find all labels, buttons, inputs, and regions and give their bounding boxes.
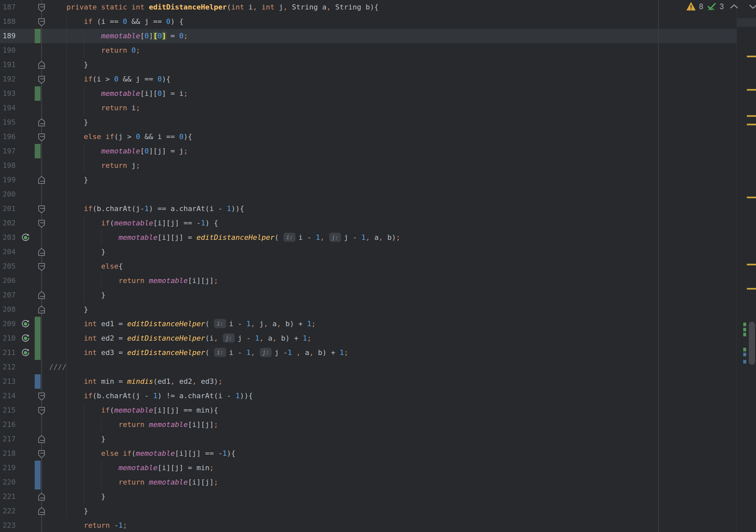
vcs-change-marker[interactable] xyxy=(35,29,40,43)
line-number[interactable]: 203 xyxy=(3,230,22,245)
chevron-down-icon[interactable] xyxy=(748,2,756,12)
code-line[interactable]: 221 } xyxy=(0,490,756,504)
line-number[interactable]: 198 xyxy=(3,158,22,173)
line-number[interactable]: 219 xyxy=(3,461,22,475)
vcs-change-marker[interactable] xyxy=(35,461,40,475)
line-number[interactable]: 196 xyxy=(3,130,22,144)
code-line[interactable]: 213 int min = mindis(ed1, ed2, ed3); xyxy=(0,374,756,389)
line-number[interactable]: 214 xyxy=(3,389,22,403)
parameter-hint-badge[interactable]: j: xyxy=(260,348,272,357)
fold-region-end-icon[interactable] xyxy=(37,291,46,300)
fold-region-end-icon[interactable] xyxy=(37,492,46,502)
line-number[interactable]: 220 xyxy=(3,475,22,490)
line-number[interactable]: 222 xyxy=(3,504,22,518)
code-line[interactable]: 220 return memotable[i][j]; xyxy=(0,475,756,490)
line-number[interactable]: 189 xyxy=(3,29,22,43)
line-number[interactable]: 221 xyxy=(3,490,22,504)
fold-region-end-icon[interactable] xyxy=(37,175,46,185)
line-number[interactable]: 216 xyxy=(3,417,22,432)
code-line[interactable]: 190 return 0; xyxy=(0,43,756,58)
line-number[interactable]: 210 xyxy=(3,331,22,346)
code-line[interactable]: 218 else if(memotable[i][j] == -1){ xyxy=(0,446,756,461)
code-line[interactable]: 196 else if(j > 0 && i == 0){ xyxy=(0,130,756,144)
line-number[interactable]: 194 xyxy=(3,101,22,115)
fold-region-start-icon[interactable] xyxy=(37,132,46,142)
line-number[interactable]: 212 xyxy=(3,360,22,374)
line-number[interactable]: 206 xyxy=(3,274,22,288)
warning-icon[interactable] xyxy=(686,2,696,12)
fold-region-end-icon[interactable] xyxy=(37,118,46,128)
chevron-up-icon[interactable] xyxy=(729,2,739,12)
vcs-change-marker[interactable] xyxy=(35,374,40,389)
recursive-call-icon[interactable] xyxy=(20,319,31,329)
stripe-warning-mark[interactable] xyxy=(747,115,756,117)
code-line[interactable]: 193 memotable[i][0] = i; xyxy=(0,86,756,101)
recursive-call-icon[interactable] xyxy=(20,333,31,344)
code-line[interactable]: 187 private static int editDistanceHelpe… xyxy=(0,0,756,14)
code-line[interactable]: 202 if(memotable[i][j] == -1) { xyxy=(0,216,756,230)
fold-region-start-icon[interactable] xyxy=(37,391,46,401)
vcs-change-marker[interactable] xyxy=(35,86,40,101)
line-number[interactable]: 209 xyxy=(3,317,22,331)
line-number[interactable]: 207 xyxy=(3,288,22,302)
fold-region-end-icon[interactable] xyxy=(37,60,46,70)
code-line[interactable]: 217 } xyxy=(0,432,756,446)
fold-region-end-icon[interactable] xyxy=(37,305,46,315)
success-check-icon[interactable] xyxy=(707,2,716,12)
fold-region-end-icon[interactable] xyxy=(37,247,46,257)
warning-count[interactable]: 8 xyxy=(699,2,703,11)
code-line[interactable]: 204 } xyxy=(0,245,756,259)
code-line[interactable]: 211 int ed3 = editDistanceHelper( i:i - … xyxy=(0,346,756,360)
code-line[interactable]: 212//// xyxy=(0,360,756,374)
stripe-added-mark[interactable] xyxy=(743,323,746,326)
line-number[interactable]: 192 xyxy=(3,72,22,86)
line-number[interactable]: 204 xyxy=(3,245,22,259)
line-number[interactable]: 208 xyxy=(3,302,22,317)
fold-region-end-icon[interactable] xyxy=(37,506,46,516)
code-line[interactable]: 219 memotable[i][j] = min; xyxy=(0,461,756,475)
scrollbar-thumb[interactable] xyxy=(749,322,755,365)
code-line[interactable]: 203 memotable[i][j] = editDistanceHelper… xyxy=(0,230,756,245)
parameter-hint-badge[interactable]: i: xyxy=(284,233,295,242)
stripe-changed-mark[interactable] xyxy=(743,360,746,363)
fold-region-start-icon[interactable] xyxy=(37,262,46,272)
code-line[interactable]: 208 } xyxy=(0,302,756,317)
line-number[interactable]: 195 xyxy=(3,115,22,130)
stripe-added-mark[interactable] xyxy=(743,333,746,336)
code-line[interactable]: 207 } xyxy=(0,288,756,302)
code-line[interactable]: 210 int ed2 = editDistanceHelper(i, j:j … xyxy=(0,331,756,346)
vcs-change-marker[interactable] xyxy=(35,475,40,490)
stripe-added-mark[interactable] xyxy=(743,328,746,332)
recursive-call-icon[interactable] xyxy=(20,347,31,358)
line-number[interactable]: 211 xyxy=(3,346,22,360)
line-number[interactable]: 200 xyxy=(3,187,22,201)
line-number[interactable]: 188 xyxy=(3,14,22,29)
fold-region-start-icon[interactable] xyxy=(37,449,46,459)
code-line[interactable]: 215 if(memotable[i][j] == min){ xyxy=(0,403,756,417)
code-line[interactable]: 194 return i; xyxy=(0,101,756,115)
line-number[interactable]: 223 xyxy=(3,518,22,532)
line-number[interactable]: 218 xyxy=(3,446,22,461)
fold-region-start-icon[interactable] xyxy=(37,17,46,27)
code-line[interactable]: 223 return -1; xyxy=(0,518,756,532)
code-line[interactable]: 222 } xyxy=(0,504,756,518)
stripe-warning-mark[interactable] xyxy=(747,89,756,91)
code-line[interactable]: 195 } xyxy=(0,115,756,130)
stripe-warning-mark[interactable] xyxy=(747,197,756,198)
code-line[interactable]: 206 return memotable[i][j]; xyxy=(0,274,756,288)
code-line[interactable]: 197 memotable[0][j] = j; xyxy=(0,144,756,158)
line-number[interactable]: 217 xyxy=(3,432,22,446)
vcs-change-marker[interactable] xyxy=(35,317,40,331)
fold-region-start-icon[interactable] xyxy=(37,406,46,415)
stripe-changed-mark[interactable] xyxy=(743,353,746,356)
vcs-change-marker[interactable] xyxy=(35,346,40,360)
parameter-hint-badge[interactable]: j: xyxy=(223,333,235,343)
inspection-widget[interactable]: 8 3 xyxy=(686,0,756,13)
line-number[interactable]: 202 xyxy=(3,216,22,230)
code-line[interactable]: 192 if(i > 0 && j == 0){ xyxy=(0,72,756,86)
code-line[interactable]: 201 if(b.charAt(j-1) == a.charAt(i - 1))… xyxy=(0,201,756,216)
parameter-hint-badge[interactable]: i: xyxy=(214,319,226,328)
code-line[interactable]: 214 if(b.charAt(j - 1) != a.charAt(i - 1… xyxy=(0,389,756,403)
line-number[interactable]: 215 xyxy=(3,403,22,417)
code-line[interactable]: 191 } xyxy=(0,58,756,72)
